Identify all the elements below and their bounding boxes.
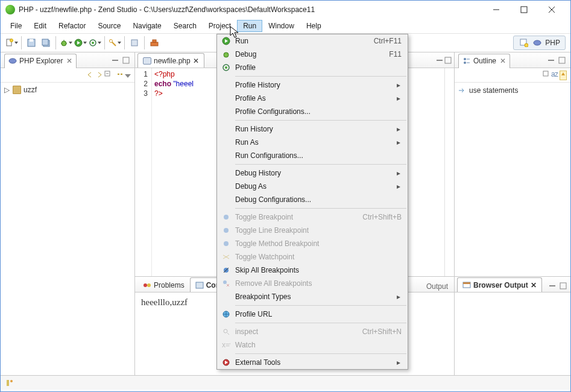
tree-project-row[interactable]: ▷ uzzf [4,85,131,95]
svg-point-54 [224,228,229,233]
output-tab-label[interactable]: Output [426,282,448,291]
new-php-button[interactable] [128,36,141,49]
menu-refactor[interactable]: Refactor [52,20,92,32]
menu-item-toggle-method-bp[interactable]: Toggle Method Breakpoint [217,237,408,250]
svg-point-22 [525,43,528,47]
menu-item-debug-conf[interactable]: Debug Configurations... [217,193,408,206]
svg-rect-39 [559,57,565,63]
maximize-outline-icon[interactable] [557,55,567,65]
php-explorer-tab[interactable]: PHP Explorer ✕ [4,54,77,68]
menu-item-toggle-line-bp[interactable]: Toggle Line Breakpoint [217,224,408,237]
menu-project[interactable]: Project [203,20,237,32]
outline-body[interactable]: use statements [455,83,570,276]
menu-item-toggle-bp[interactable]: Toggle BreakpointCtrl+Shift+B [217,210,408,224]
sort-icon[interactable]: az [551,71,558,80]
close-tab-icon[interactable]: ✕ [193,57,199,65]
menu-item-watch[interactable]: x=yWatch [217,338,408,352]
collapse-outline-icon[interactable] [543,71,550,80]
menu-item-remove-all-bp[interactable]: Remove All Breakpoints [217,277,408,290]
minimize-editor-icon[interactable] [436,57,443,66]
svg-point-31 [144,283,147,287]
php-explorer-title: PHP Explorer [19,57,63,65]
menu-item-profile-history[interactable]: Profile History▸ [217,78,408,92]
menu-item-run-history[interactable]: Run History▸ [217,122,408,136]
project-tree[interactable]: ▷ uzzf [1,83,134,97]
menu-item-profile[interactable]: Profile [217,61,408,74]
menu-file[interactable]: File [4,20,28,32]
problems-tab[interactable]: Problems [137,277,190,292]
project-folder-icon [13,86,21,94]
svg-point-58 [223,280,227,284]
save-button[interactable] [25,36,38,49]
forward-icon[interactable] [96,71,103,80]
menu-item-toggle-watch[interactable]: Toggle Watchpoint [217,250,408,264]
maximize-button[interactable] [510,1,538,18]
menu-item-external-tools[interactable]: External Tools▸ [217,356,408,369]
svg-rect-1 [521,7,527,13]
close-outline-icon[interactable]: ✕ [500,57,506,65]
new-button[interactable] [5,36,18,49]
debug-button[interactable] [59,36,72,49]
menu-item-profile-conf[interactable]: Profile Configurations... [217,105,408,118]
line-gutter: 1 2 3 [135,68,152,276]
maximize-pane-icon[interactable] [121,55,131,65]
svg-rect-20 [153,40,156,42]
php-perspective-icon [532,37,543,48]
menu-item-profile-as[interactable]: Profile As▸ [217,92,408,105]
overview-ruler[interactable] [444,68,454,276]
menu-edit[interactable]: Edit [28,20,52,32]
menu-item-run-conf[interactable]: Run Configurations... [217,149,408,162]
menu-item-run-as[interactable]: Run As▸ [217,136,408,149]
editor-tab[interactable]: newfile.php ✕ [137,53,204,68]
menu-navigate[interactable]: Navigate [127,20,167,32]
menu-source[interactable]: Source [92,20,127,32]
link-editor-icon[interactable] [116,71,124,80]
maximize-editor-icon[interactable] [444,57,452,66]
menu-item-profile-url[interactable]: Profile URL [217,308,408,321]
menu-item-inspect[interactable]: inspectCtrl+Shift+N [217,325,408,338]
filter-outline-icon[interactable] [560,71,567,80]
minimize-outline-icon[interactable] [546,55,556,65]
browser-output-tab[interactable]: Browser Output ✕ [457,277,542,292]
use-statements-icon [458,87,467,94]
svg-point-60 [224,329,227,333]
close-icon[interactable]: ✕ [66,57,72,65]
menu-run[interactable]: Run [237,20,262,32]
ext-tools-button[interactable] [148,36,161,49]
close-browser-icon[interactable]: ✕ [531,281,537,289]
minimize-browser-icon[interactable] [547,281,557,291]
profile-button[interactable] [88,36,101,49]
maximize-browser-icon[interactable] [558,281,568,291]
menu-window[interactable]: Window [262,20,300,32]
breakpoint-icon [219,213,233,221]
menu-item-bp-types[interactable]: Breakpoint Types▸ [217,290,408,303]
close-button[interactable] [538,1,566,18]
browser-output-body[interactable] [455,292,570,375]
expand-arrow-icon[interactable]: ▷ [4,86,10,94]
run-button[interactable] [74,36,87,49]
minimize-button[interactable] [482,1,510,18]
outline-item[interactable]: use statements [458,85,567,96]
minimize-pane-icon[interactable] [110,55,120,65]
outline-icon [462,57,471,65]
svg-text:x=y: x=y [222,342,230,348]
menu-item-skip-all-bp[interactable]: Skip All Breakpoints [217,264,408,277]
menu-help[interactable]: Help [300,20,327,32]
menu-item-debug-history[interactable]: Debug History▸ [217,166,408,180]
watchpoint-icon [219,254,233,260]
project-name: uzzf [24,86,37,94]
open-perspective-icon[interactable] [519,37,529,48]
menu-item-debug-as[interactable]: Debug As▸ [217,180,408,193]
status-icon [5,379,14,387]
perspective-switcher[interactable]: PHP [513,36,566,50]
outline-tab[interactable]: Outline ✕ [458,54,510,68]
menu-search[interactable]: Search [168,20,203,32]
search-button[interactable] [108,36,121,49]
menu-item-run[interactable]: RunCtrl+F11 [217,34,408,48]
collapse-all-icon[interactable] [104,71,112,80]
svg-rect-45 [549,285,555,286]
back-icon[interactable] [87,71,95,80]
menu-item-debug[interactable]: DebugF11 [217,48,408,61]
view-menu-icon[interactable] [125,71,131,80]
save-all-button[interactable] [39,36,52,49]
